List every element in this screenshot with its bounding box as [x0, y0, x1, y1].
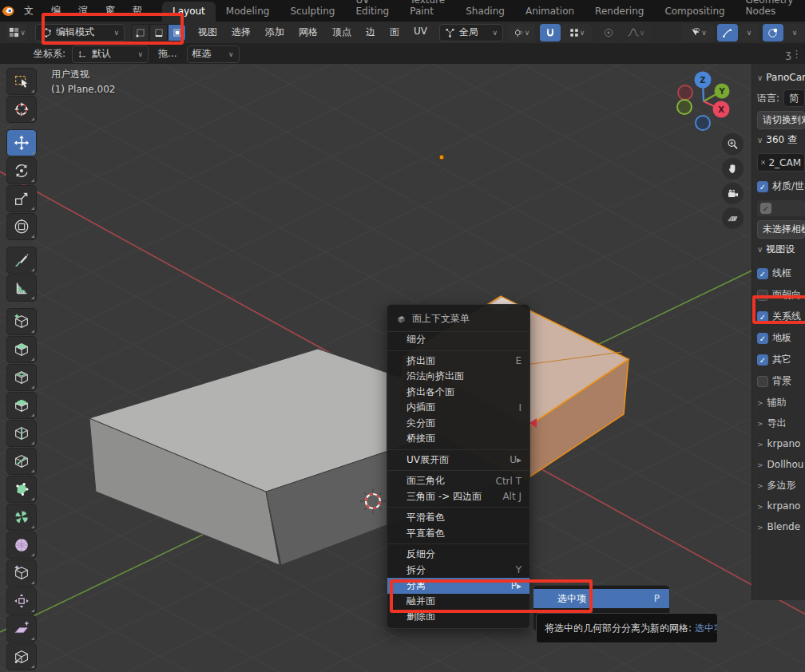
header-menu-顶点[interactable]: 顶点 [325, 26, 359, 39]
menu-item-平滑着色[interactable]: 平滑着色 [387, 510, 529, 526]
gizmos-toggle-button[interactable] [717, 24, 738, 42]
tab-rendering[interactable]: Rendering [585, 2, 654, 22]
region-handle-icon[interactable]: ʒ⋮ [785, 48, 802, 60]
menu-item-细分[interactable]: 细分 [387, 332, 529, 348]
show-gizmo-visibility-button[interactable]: ∨ [682, 24, 714, 42]
shear-tool-button[interactable] [6, 615, 37, 642]
coord-system-dropdown[interactable]: 默认 ∨ [72, 45, 149, 63]
smooth-tool-button[interactable] [6, 532, 37, 559]
scale-tool-button[interactable] [6, 185, 37, 212]
cursor-tool-button[interactable] [6, 96, 37, 123]
measure-tool-button[interactable] [6, 275, 37, 302]
face-select-mode-button[interactable] [168, 24, 186, 42]
header-menu-视图[interactable]: 视图 [191, 26, 224, 39]
pan-hand-button[interactable] [722, 158, 744, 180]
toggle-面朝向[interactable]: 面朝向 [757, 284, 805, 306]
proportional-editing-button[interactable] [598, 24, 619, 42]
tab-modeling[interactable]: Modeling [216, 2, 280, 22]
snap-settings-button[interactable]: ∨ [561, 24, 592, 42]
blender-logo-icon[interactable] [0, 5, 15, 18]
toggle-线框[interactable]: ✓线框 [757, 263, 805, 284]
falloff-curve-button[interactable]: ∨ [620, 24, 652, 42]
rip-region-tool-button[interactable] [6, 643, 37, 670]
toggle-地板[interactable]: ✓地板 [757, 327, 805, 349]
tab-sculpting[interactable]: Sculpting [280, 2, 345, 22]
axis-minus-z-ball[interactable] [696, 116, 710, 130]
tab-shading[interactable]: Shading [455, 2, 515, 22]
rotate-tool-button[interactable] [6, 157, 37, 184]
menu-item-拆分[interactable]: 拆分Y [387, 563, 529, 579]
header-menu-面[interactable]: 面 [383, 26, 406, 39]
header-menu-UV[interactable]: UV [406, 26, 434, 39]
drag-label[interactable]: 拖... [158, 47, 176, 61]
checkbox-unchecked-icon[interactable] [757, 376, 768, 387]
tab-layout[interactable]: Layout [162, 2, 216, 22]
checkbox-dim-icon[interactable]: ✓ [760, 203, 771, 214]
collapsed-panel-辅助-0[interactable]: >辅助 [757, 392, 805, 413]
axis-minus-y-ball[interactable] [677, 100, 692, 114]
menu-item-分离[interactable]: 分离P▸ [387, 578, 529, 594]
shrink-fatten-tool-button[interactable] [6, 587, 37, 615]
submenu-item-选中项[interactable]: 选中项P [533, 589, 669, 608]
extrude-region-tool-button[interactable] [6, 336, 37, 363]
switch-button[interactable]: 请切换到对 [757, 111, 805, 129]
menu-item-删除面[interactable]: 删除面 [387, 609, 529, 625]
toggle-背景[interactable]: 背景 [757, 370, 805, 392]
collapsed-panel-导出-1[interactable]: >导出 [757, 413, 805, 433]
snap-toggle-button[interactable] [540, 24, 561, 42]
collapsed-panel-多边形-4[interactable]: >多边形 [757, 475, 805, 496]
edge-slide-tool-button[interactable] [6, 559, 37, 587]
collapsed-panel-Blende-6[interactable]: >Blende [757, 516, 805, 537]
menu-item-三角面 -> 四边面[interactable]: 三角面 -> 四边面Alt J [387, 489, 529, 505]
menu-item-融并面[interactable]: 融并面 [387, 594, 529, 610]
tab-texture-paint[interactable]: Texture Paint [399, 0, 455, 22]
checkbox-checked-icon[interactable]: ✓ [757, 333, 768, 344]
axis-minus-x-ball[interactable] [678, 85, 692, 100]
editor-type-button[interactable]: ∨ [6, 24, 27, 42]
collapsed-panel-Dollhou-3[interactable]: >Dollhou [757, 454, 805, 475]
spin-tool-button[interactable] [6, 504, 37, 531]
edge-select-mode-button[interactable] [149, 24, 168, 42]
menu-item-面三角化[interactable]: 面三角化Ctrl T [387, 473, 529, 489]
menu-item-挤出面[interactable]: 挤出面E [387, 354, 529, 370]
bevel-tool-button[interactable] [6, 392, 37, 419]
topbar-menu-文件[interactable]: 文件 [15, 0, 42, 22]
navigation-gizmo[interactable]: Z Y X [669, 65, 741, 144]
checkbox-unchecked-icon[interactable] [757, 290, 768, 301]
inset-faces-tool-button[interactable] [6, 364, 37, 391]
select-mode-dropdown[interactable]: 框选 ∨ [187, 45, 240, 63]
tab-geometry-nodes[interactable]: Geometry Nodes [736, 0, 804, 22]
menu-item-沿法向挤出面[interactable]: 沿法向挤出面 [387, 369, 529, 385]
tab-compositing[interactable]: Compositing [654, 2, 735, 22]
vertex-select-mode-button[interactable] [131, 24, 149, 42]
panel-view-settings[interactable]: ∨视图设 [757, 243, 805, 256]
overlays-dropdown-button[interactable]: ∨ [784, 24, 805, 42]
collapsed-panel-krpano-2[interactable]: >krpano [757, 433, 805, 454]
annotate-tool-button[interactable] [6, 247, 37, 274]
menu-item-UV展开面[interactable]: UV展开面U▸ [387, 453, 529, 468]
topbar-menu-帮助[interactable]: 帮助 [124, 0, 151, 22]
poly-build-tool-button[interactable] [6, 476, 37, 503]
topbar-menu-编辑[interactable]: 编辑 [42, 0, 69, 22]
menu-item-桥接面[interactable]: 桥接面 [387, 431, 529, 447]
tab-uv-editing[interactable]: UV Editing [345, 0, 399, 22]
tab-animation[interactable]: Animation [515, 2, 585, 22]
gizmos-dropdown-button[interactable]: ∨ [739, 24, 759, 42]
material-world-toggle[interactable]: ✓ 材质/世界 [757, 176, 805, 197]
header-menu-添加[interactable]: 添加 [258, 26, 291, 39]
overlays-toggle-button[interactable] [763, 24, 783, 42]
menu-item-平直着色[interactable]: 平直着色 [387, 526, 529, 542]
menu-item-尖分面[interactable]: 尖分面 [387, 416, 529, 432]
orientation-dropdown[interactable]: 全局 ∨ [439, 24, 503, 42]
topbar-menu-窗口[interactable]: 窗口 [97, 0, 124, 22]
orthographic-toggle-button[interactable] [722, 208, 744, 229]
no-camera-button[interactable]: 未选择相机 [757, 220, 805, 239]
checkbox-checked-icon[interactable]: ✓ [757, 311, 768, 322]
loop-cut-tool-button[interactable] [6, 420, 37, 447]
menu-item-内插面[interactable]: 内插面I [387, 400, 529, 416]
collapsed-panel-krpano-5[interactable]: >krpano [757, 496, 805, 516]
checkbox-checked-icon[interactable]: ✓ [757, 181, 768, 192]
panel-360[interactable]: ∨360 查 [757, 133, 805, 147]
zoom-button[interactable] [722, 133, 744, 155]
checkbox-checked-icon[interactable]: ✓ [757, 354, 768, 366]
